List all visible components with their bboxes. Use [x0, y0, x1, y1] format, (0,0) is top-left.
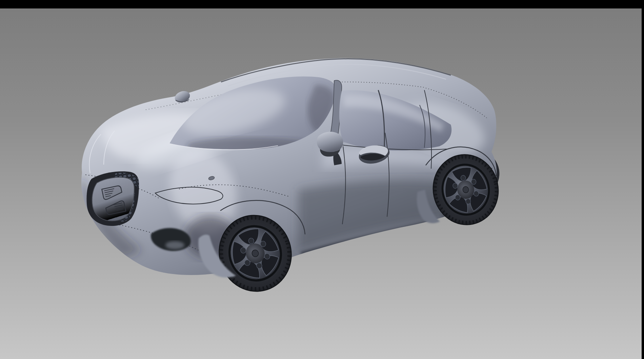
cad-application-window — [0, 0, 644, 359]
front-grille[interactable] — [87, 171, 139, 226]
rendered-scene — [0, 0, 644, 359]
letterbox-top-bar — [0, 0, 644, 8]
grille-panel — [92, 177, 134, 221]
car-model[interactable] — [79, 58, 505, 301]
letterbox-right-bar — [642, 0, 644, 359]
